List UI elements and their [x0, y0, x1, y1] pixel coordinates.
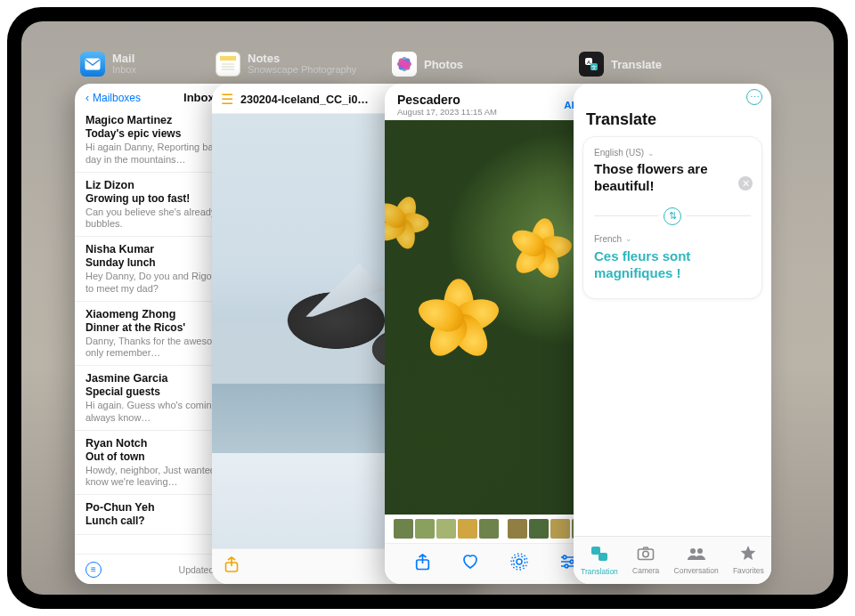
- photo-album-title: Pescadero: [397, 93, 497, 107]
- translate-nav-bar: ⋯: [574, 84, 771, 110]
- svg-point-27: [570, 560, 574, 563]
- clear-icon[interactable]: ✕: [738, 176, 753, 190]
- app-subtitle-notes: Snowscape Photography: [248, 64, 356, 76]
- photo-thumb[interactable]: [529, 519, 549, 539]
- tab-conversation[interactable]: Conversation: [674, 547, 719, 575]
- translate-app-card[interactable]: ⋯ Translate English (US) ⌄ Those flowers…: [574, 84, 771, 584]
- photo-thumb[interactable]: [508, 519, 527, 539]
- app-switcher-screen: Mail Inbox Notes Snowscape Photography: [21, 21, 834, 595]
- mailboxes-label: Mailboxes: [93, 92, 141, 104]
- conversation-icon: [687, 547, 706, 564]
- photo-thumb[interactable]: [394, 519, 413, 539]
- source-text[interactable]: Those flowers are beautiful!: [594, 161, 751, 195]
- app-subtitle-mail: Inbox: [112, 64, 136, 76]
- share-icon[interactable]: [224, 556, 239, 577]
- source-language-label: English (US): [594, 148, 644, 158]
- photo-thumb[interactable]: [479, 519, 499, 539]
- svg-point-32: [643, 551, 648, 556]
- translation-card[interactable]: English (US) ⌄ Those flowers are beautif…: [582, 136, 762, 299]
- svg-rect-29: [591, 547, 600, 555]
- inbox-title: Inbox: [183, 91, 215, 104]
- mailboxes-back-button[interactable]: ‹ Mailboxes: [86, 92, 141, 104]
- svg-rect-30: [598, 553, 607, 561]
- translate-heading: Translate: [574, 110, 771, 136]
- tab-label: Favorites: [733, 566, 764, 575]
- svg-text:A: A: [587, 60, 590, 65]
- mail-app-icon: [80, 52, 105, 77]
- source-language-selector[interactable]: English (US) ⌄: [594, 148, 751, 158]
- svg-point-28: [565, 564, 568, 568]
- app-switcher-header-mail: Mail Inbox: [80, 52, 136, 77]
- photo-thumb[interactable]: [550, 519, 570, 539]
- svg-point-26: [563, 555, 566, 559]
- svg-point-33: [690, 548, 696, 554]
- tab-label: Translation: [581, 567, 618, 576]
- tab-translation[interactable]: Translation: [581, 546, 618, 576]
- translate-more-icon[interactable]: ⋯: [746, 89, 762, 105]
- tab-camera[interactable]: Camera: [632, 547, 659, 575]
- app-switcher-header-photos: Photos: [392, 52, 463, 77]
- app-name-notes: Notes: [248, 53, 356, 64]
- translate-tab-bar: Translation Camera Conversation: [574, 536, 771, 584]
- tab-label: Camera: [632, 566, 659, 575]
- app-switcher-header-translate: A文 Translate: [579, 52, 662, 77]
- notes-list-icon[interactable]: ☰: [221, 91, 233, 108]
- svg-text:文: 文: [591, 64, 597, 70]
- notes-app-icon: [216, 52, 240, 77]
- star-icon: [740, 546, 756, 564]
- svg-point-34: [697, 548, 703, 554]
- app-switcher-header-notes: Notes Snowscape Photography: [216, 52, 356, 77]
- target-language-label: French: [594, 234, 622, 244]
- svg-rect-1: [220, 56, 236, 61]
- photo-thumb[interactable]: [458, 519, 477, 539]
- photo-date: August 17, 2023 11:15 AM: [397, 107, 497, 117]
- translate-app-icon: A文: [579, 52, 604, 77]
- svg-rect-0: [86, 59, 101, 70]
- app-name-translate: Translate: [611, 59, 662, 70]
- filter-icon[interactable]: ≡: [86, 562, 102, 578]
- chevron-down-icon: ⌄: [647, 149, 655, 158]
- target-language-selector[interactable]: French ⌄: [594, 234, 751, 244]
- app-name-mail: Mail: [112, 53, 136, 64]
- translated-text: Ces fleurs sont magnifiques !: [594, 247, 751, 282]
- chevron-down-icon: ⌄: [625, 234, 632, 243]
- svg-point-21: [513, 556, 525, 568]
- live-icon[interactable]: [510, 553, 528, 575]
- photo-thumb[interactable]: [436, 519, 456, 539]
- svg-point-20: [517, 559, 522, 564]
- tab-favorites[interactable]: Favorites: [733, 546, 764, 575]
- chevron-left-icon: ‹: [86, 92, 89, 104]
- favorite-icon[interactable]: [461, 554, 479, 574]
- ipad-frame: Mail Inbox Notes Snowscape Photography: [7, 7, 848, 609]
- share-icon[interactable]: [415, 554, 430, 575]
- translation-icon: [590, 546, 608, 565]
- app-name-photos: Photos: [424, 59, 463, 70]
- photo-thumb[interactable]: [415, 519, 435, 539]
- photos-app-icon: [392, 52, 417, 77]
- swap-languages-icon[interactable]: ⇅: [664, 207, 681, 225]
- tab-label: Conversation: [674, 566, 719, 575]
- camera-icon: [637, 547, 655, 564]
